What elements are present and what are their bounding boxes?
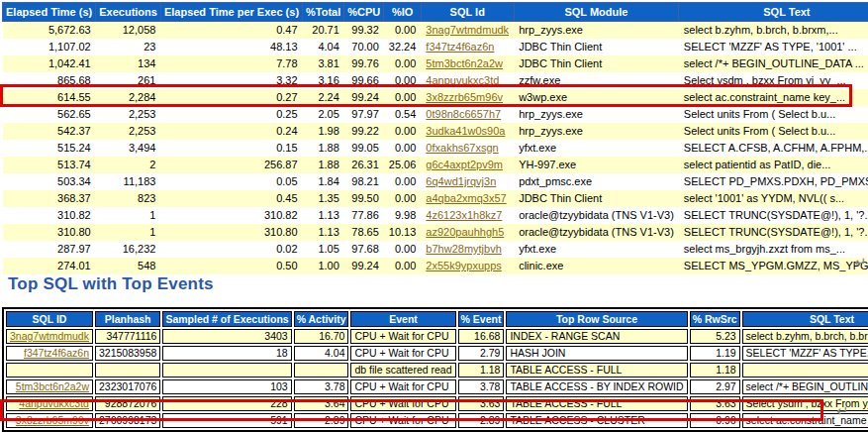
cell: f347tz4f6az6n [421,39,514,55]
cell: CPU + Wait for CPU [350,413,455,428]
sql-id-link[interactable]: 3nag7wtmdmudk [426,24,509,36]
cell: 1.35 [303,190,344,207]
cell: 503.34 [3,173,96,190]
cell: 0t98n8c6657h7 [421,106,514,123]
cell: 1.19 [690,346,740,361]
sql-id-link[interactable]: 4anpuvukxc3td [426,74,499,86]
cell: CPU + Wait for CPU [350,346,455,361]
sql-id-link[interactable]: f347tz4f6az6n [426,41,494,53]
cell: 3.32 [160,72,302,89]
sql-id-link[interactable]: az920pauhhgh5 [426,226,504,238]
sql-id-link[interactable]: 5tm3bct6n2a2w [16,380,89,392]
table-row: 1,042.411347.783.8199.760.005tm3bct6n2a2… [3,55,868,72]
cell: f347tz4f6az6n [6,346,93,361]
cell: 16.68 [458,329,505,344]
top-sql-table-header: Elapsed Time (s)ExecutionsElapsed Time p… [3,3,868,22]
cell: Select units From ( Select b.u... [679,106,868,123]
top-sql-table: Elapsed Time (s)ExecutionsElapsed Time p… [2,2,868,274]
top-events-table-body: 3nag7wtmdmudk347771116340316.70CPU + Wai… [6,329,868,428]
column-header: Sampled # of Executions [162,311,291,327]
column-header: Elapsed Time (s) [3,3,96,22]
cell: select patientid as PatID, die... [679,157,868,173]
table-row: 274.015480.501.0099.240.002x55k9ypxuppsc… [3,258,868,274]
cell: 562.65 [3,106,96,123]
cell: 0.00 [384,258,422,274]
cell: 0.96 [690,413,740,428]
cell: 2.05 [303,106,344,123]
cell: pdxt_pmsc.exe [514,173,679,190]
cell: 2,253 [96,106,161,123]
cell: 0.02 [160,241,302,258]
sql-id-link[interactable]: f347tz4f6az6n [24,347,89,359]
cell: 78.65 [344,224,384,241]
cell: 0.54 [384,106,422,123]
cell: 3.78 [294,379,349,394]
cell: 11,183 [96,173,161,190]
sql-id-link[interactable]: 4z6123x1h8kz7 [426,209,502,221]
cell: CPU + Wait for CPU [350,396,455,411]
sql-id-link[interactable]: 3nag7wtmdmudk [10,330,89,342]
cell: 5tm3bct6n2a2w [421,55,514,72]
cell: 2.79 [458,346,505,361]
cell: 0.00 [384,22,422,40]
cell: INDEX - RANGE SCAN [506,329,687,344]
sql-id-link[interactable]: 2x55k9ypxupps [426,260,501,271]
sql-id-link[interactable]: 3udka41w0s90a [426,125,505,137]
cell: 614.55 [3,89,96,106]
sql-id-link[interactable]: a4qba2xmq3x57 [426,192,506,204]
column-header: SQL Text [742,311,868,327]
cell: oracle@tzyybidata (TNS V1-V3) [514,207,679,224]
cell: 310.80 [160,224,302,241]
table-row: 310.821310.821.1377.869.984z6123x1h8kz7o… [3,207,868,224]
sql-id-link[interactable]: g6c4axpt2pv9m [426,159,503,170]
sql-id-link[interactable]: 5tm3bct6n2a2w [426,57,503,69]
cell: Select ysdm , bzxx From yj_yy_... [742,396,868,411]
cell: 7.78 [160,55,302,72]
cell: 542.37 [3,123,96,140]
cell: 4.04 [294,346,349,361]
cell: 16.70 [294,329,349,344]
sql-id-link[interactable]: 4anpuvukxc3td [19,397,89,409]
cell: a4qba2xmq3x57 [421,190,514,207]
cell: select ac.constraint_name key_... [742,413,868,428]
column-header: %CPU [344,3,384,22]
sql-id-link[interactable]: 0fxakhs67xsgn [426,142,498,154]
cell: 347771116 [95,329,160,344]
cell: yfxt.exe [514,241,679,258]
cell: oracle@tzyybidata (TNS V1-V3) [514,224,679,241]
column-header: SQL ID [6,311,93,327]
column-header: SQL Id [421,3,514,22]
cell: 3.63 [690,396,740,411]
cell: b7hw28mytjbvh [421,241,514,258]
cell: 1.00 [303,258,344,274]
cell: 3,494 [96,140,161,157]
cell: 4.04 [303,39,344,55]
cell: 3x8zzrb65m96v [6,413,93,428]
sql-id-link[interactable]: 0t98n8c6657h7 [426,108,501,120]
cell: 32.24 [384,39,422,55]
sql-id-link[interactable]: 3x8zzrb65m96v [16,414,89,426]
cell: 1,042.41 [3,55,96,72]
cell: yfxt.exe [514,140,679,157]
table-row: 562.652,2530.252.0597.970.540t98n8c6657h… [3,106,868,123]
cell: 310.82 [3,207,96,224]
cell: 99.32 [344,22,384,40]
cell: 228 [162,396,291,411]
cell: 3.64 [294,396,349,411]
cell: 0.50 [160,258,302,274]
cell: select b.zyhm, b.brch, b.brxm,... [742,329,868,344]
cell: 1.84 [303,173,344,190]
cell: select ms_brgyjh.zxzt from ms_... [679,241,868,258]
cell: 99.24 [344,258,384,274]
sql-id-link[interactable]: 6q4wd1jrqvj3n [426,175,496,187]
top-events-table: SQL IDPlanhashSampled # of Executions% A… [2,307,868,432]
cell: TABLE ACCESS - FULL [506,363,687,378]
cell: 103 [162,379,291,394]
sql-id-link[interactable]: 3x8zzrb65m96v [426,91,503,103]
cell: 0.00 [384,123,422,140]
cell: SELECT A.CFSB, A.CFHM, A.FPHM,... [679,140,868,157]
column-header: %IO [384,3,422,22]
cell: hrp_zyys.exe [514,106,679,123]
sql-id-link[interactable]: b7hw28mytjbvh [426,243,501,255]
cell: 0.00 [384,55,422,72]
